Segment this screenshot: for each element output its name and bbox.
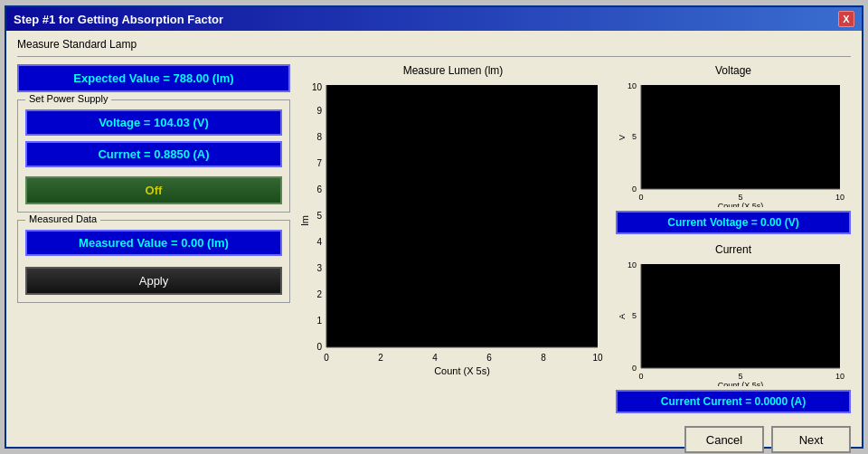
svg-text:A: A (618, 314, 627, 319)
right-panel: Voltage 0 5 10 0 5 10 Count (616, 64, 851, 413)
svg-text:0: 0 (632, 364, 637, 373)
main-chart-y-label: lm (299, 215, 310, 226)
svg-text:2: 2 (316, 289, 322, 299)
svg-text:10: 10 (835, 372, 844, 381)
measured-data-title: Measured Data (25, 213, 100, 224)
footer: Cancel Next (6, 421, 862, 454)
svg-text:V: V (618, 135, 627, 140)
step-label: Measure Standard Lamp (17, 38, 851, 51)
svg-text:5: 5 (632, 132, 637, 141)
current-button[interactable]: Currnet = 0.8850 (A) (25, 141, 282, 167)
svg-text:9: 9 (316, 106, 322, 116)
voltage-chart-container: Voltage 0 5 10 0 5 10 Count (616, 64, 851, 207)
svg-text:10: 10 (627, 81, 637, 90)
svg-text:0: 0 (638, 372, 643, 381)
voltage-button[interactable]: Voltage = 104.03 (V) (25, 109, 282, 136)
dialog-title: Step #1 for Getting Absorption Factor (14, 13, 223, 26)
svg-text:8: 8 (316, 132, 322, 142)
main-chart-bg (326, 85, 598, 347)
svg-text:0: 0 (324, 353, 329, 363)
current-chart-title: Current (715, 243, 751, 256)
voltage-chart-title: Voltage (715, 64, 751, 77)
svg-rect-19 (641, 85, 840, 189)
main-chart-x-label: Count (X 5s) (434, 365, 490, 376)
current-voltage-display: Current Voltage = 0.00 (V) (616, 211, 851, 234)
svg-text:5: 5 (738, 193, 742, 202)
svg-text:0: 0 (638, 193, 643, 202)
left-panel: Expected Value = 788.00 (lm) Set Power S… (17, 64, 290, 413)
close-button[interactable]: X (838, 11, 854, 27)
svg-text:Count (X 5s): Count (X 5s) (718, 202, 764, 207)
off-button[interactable]: Off (25, 176, 282, 204)
voltage-chart: 0 5 10 0 5 10 Count (X 5s) V (616, 80, 851, 207)
svg-text:0: 0 (632, 184, 637, 194)
measured-value-button[interactable]: Measured Value = 0.00 (lm) (25, 230, 282, 256)
power-supply-title: Set Power Supply (25, 93, 111, 104)
svg-text:8: 8 (541, 353, 546, 363)
main-chart-title: Measure Lumen (lm) (403, 64, 504, 77)
svg-text:5: 5 (316, 211, 322, 221)
svg-rect-30 (641, 264, 840, 368)
svg-text:6: 6 (316, 184, 322, 194)
power-supply-group: Set Power Supply Voltage = 104.03 (V) Cu… (17, 99, 290, 213)
main-chart: 0 1 2 3 4 5 6 7 8 9 10 0 2 4 6 8 (299, 80, 607, 379)
svg-text:7: 7 (316, 158, 322, 168)
measured-data-group: Measured Data Measured Value = 0.00 (lm)… (17, 220, 290, 303)
svg-text:10: 10 (592, 353, 603, 363)
svg-text:Count (X 5s): Count (X 5s) (718, 381, 764, 386)
svg-text:10: 10 (627, 260, 637, 270)
svg-text:1: 1 (316, 316, 322, 326)
current-current-display: Current Current = 0.0000 (A) (616, 390, 851, 413)
title-bar: Step #1 for Getting Absorption Factor X (6, 7, 862, 31)
svg-text:5: 5 (632, 311, 637, 320)
apply-button[interactable]: Apply (25, 267, 282, 295)
center-panel: Measure Lumen (lm) 0 1 2 3 4 5 6 7 (299, 64, 607, 413)
separator (17, 56, 851, 57)
next-button[interactable]: Next (771, 426, 851, 453)
dialog-content: Measure Standard Lamp Expected Value = 7… (6, 31, 862, 421)
dialog: Step #1 for Getting Absorption Factor X … (5, 5, 863, 449)
svg-text:4: 4 (432, 353, 438, 363)
svg-text:2: 2 (378, 353, 383, 363)
expected-value-button[interactable]: Expected Value = 788.00 (lm) (17, 64, 290, 92)
svg-text:5: 5 (738, 372, 742, 381)
current-chart-container: Current 0 5 10 0 5 10 Count (616, 243, 851, 386)
current-chart: 0 5 10 0 5 10 Count (X 5s) A (616, 260, 851, 386)
cancel-button[interactable]: Cancel (684, 426, 764, 453)
svg-text:3: 3 (316, 263, 322, 273)
svg-text:4: 4 (316, 237, 322, 247)
svg-text:10: 10 (312, 82, 323, 92)
svg-text:6: 6 (486, 353, 492, 363)
svg-text:10: 10 (835, 193, 844, 202)
main-row: Expected Value = 788.00 (lm) Set Power S… (17, 64, 851, 413)
svg-text:0: 0 (316, 342, 322, 352)
